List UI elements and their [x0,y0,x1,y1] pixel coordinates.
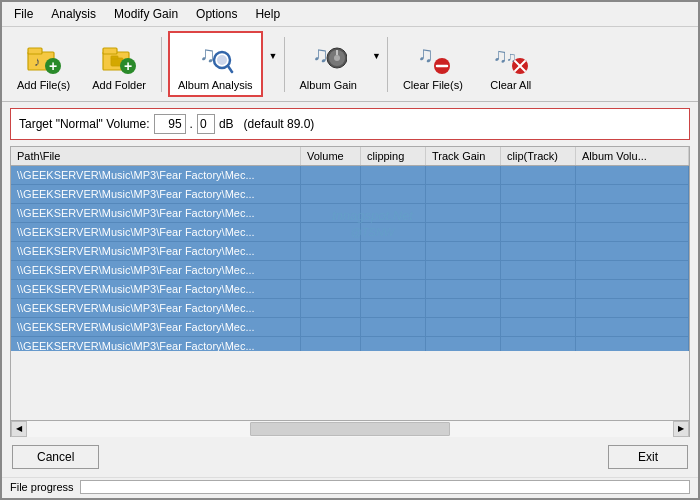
volume-int-input[interactable] [154,114,186,134]
table-cell [426,166,501,184]
table-cell [361,280,426,298]
add-files-button[interactable]: ♪ + Add File(s) [8,32,79,96]
table-cell: \\GEEKSERVER\Music\MP3\Fear Factory\Mec.… [11,185,301,203]
menu-analysis[interactable]: Analysis [43,4,104,24]
table-cell [426,318,501,336]
table-cell: \\GEEKSERVER\Music\MP3\Fear Factory\Mec.… [11,280,301,298]
table-cell [301,242,361,260]
clear-files-label: Clear File(s) [403,79,463,91]
file-progress-label: File progress [10,481,74,493]
album-analysis-label: Album Analysis [178,79,253,91]
album-analysis-dropdown[interactable]: ▼ [267,51,278,77]
table-cell [361,318,426,336]
target-volume-row: Target "Normal" Volume: . dB (default 89… [10,108,690,140]
exit-button[interactable]: Exit [608,445,688,469]
menu-bar: File Analysis Modify Gain Options Help [2,2,698,27]
table-row[interactable]: \\GEEKSERVER\Music\MP3\Fear Factory\Mec.… [11,337,689,351]
svg-text:♫: ♫ [199,42,216,67]
col-header-albumvol: Album Volu... [576,147,689,165]
add-files-label: Add File(s) [17,79,70,91]
table-cell [361,223,426,241]
table-cell [501,261,576,279]
scroll-left-arrow[interactable]: ◀ [11,421,27,437]
album-analysis-button[interactable]: ♫ Album Analysis [168,31,263,97]
table-cell [501,280,576,298]
table-cell [576,204,689,222]
col-header-trackgain: Track Gain [426,147,501,165]
table-cell: \\GEEKSERVER\Music\MP3\Fear Factory\Mec.… [11,204,301,222]
table-cell [426,185,501,203]
menu-file[interactable]: File [6,4,41,24]
svg-text:♫: ♫ [417,42,434,67]
table-cell [576,185,689,203]
table-cell [301,318,361,336]
album-gain-button[interactable]: ♫ Album Gain [291,32,366,96]
separator-2 [284,37,285,92]
table-cell [576,242,689,260]
menu-help[interactable]: Help [247,4,288,24]
album-gain-dropdown[interactable]: ▼ [370,51,381,77]
scroll-track[interactable] [27,421,673,437]
table-cell [301,166,361,184]
horizontal-scrollbar[interactable]: ◀ ▶ [10,421,690,437]
table-cell [576,261,689,279]
table-cell [301,185,361,203]
table-cell [576,318,689,336]
table-cell: \\GEEKSERVER\Music\MP3\Fear Factory\Mec.… [11,242,301,260]
clear-all-label: Clear All [490,79,531,91]
table-cell [501,223,576,241]
table-cell: \\GEEKSERVER\Music\MP3\Fear Factory\Mec.… [11,261,301,279]
table-row[interactable]: \\GEEKSERVER\Music\MP3\Fear Factory\Mec.… [11,261,689,280]
table-row[interactable]: \\GEEKSERVER\Music\MP3\Fear Factory\Mec.… [11,242,689,261]
table-row[interactable]: \\GEEKSERVER\Music\MP3\Fear Factory\Mec.… [11,318,689,337]
svg-point-18 [334,55,340,61]
progress-bar [80,480,690,494]
volume-dec-input[interactable] [197,114,215,134]
table-cell: \\GEEKSERVER\Music\MP3\Fear Factory\Mec.… [11,166,301,184]
table-row[interactable]: \\GEEKSERVER\Music\MP3\Fear Factory\Mec.… [11,166,689,185]
table-cell [426,299,501,317]
table-cell [301,280,361,298]
add-folder-button[interactable]: + Add Folder [83,32,155,96]
volume-unit: dB [219,117,234,131]
add-folder-label: Add Folder [92,79,146,91]
table-cell: \\GEEKSERVER\Music\MP3\Fear Factory\Mec.… [11,318,301,336]
table-cell [576,337,689,351]
table-header: Path\File Volume clipping Track Gain cli… [11,147,689,166]
table-row[interactable]: \\GEEKSERVER\Music\MP3\Fear Factory\Mec.… [11,280,689,299]
table-cell [361,166,426,184]
table-cell [361,204,426,222]
menu-options[interactable]: Options [188,4,245,24]
add-folder-icon: + [99,37,139,77]
table-cell [426,242,501,260]
col-header-volume: Volume [301,147,361,165]
scroll-right-arrow[interactable]: ▶ [673,421,689,437]
table-cell [301,204,361,222]
table-cell [501,242,576,260]
table-cell [576,280,689,298]
table-cell [426,204,501,222]
svg-text:♫: ♫ [312,42,329,67]
svg-text:+: + [49,58,57,74]
table-row[interactable]: \\GEEKSERVER\Music\MP3\Fear Factory\Mec.… [11,185,689,204]
album-analysis-icon: ♫ [195,37,235,77]
table-cell [576,166,689,184]
table-cell [426,223,501,241]
table-cell [361,242,426,260]
table-row[interactable]: \\GEEKSERVER\Music\MP3\Fear Factory\Mec.… [11,223,689,242]
cancel-button[interactable]: Cancel [12,445,99,469]
svg-text:♪: ♪ [34,54,41,69]
clear-files-button[interactable]: ♫ Clear File(s) [394,32,472,96]
clear-all-button[interactable]: ♫ ♫ Clear All [476,32,546,96]
scroll-thumb[interactable] [250,422,450,436]
table-cell [301,337,361,351]
separator-1 [161,37,162,92]
add-file-icon: ♪ + [24,37,64,77]
table-row[interactable]: \\GEEKSERVER\Music\MP3\Fear Factory\Mec.… [11,299,689,318]
table-cell [501,299,576,317]
table-cell [576,223,689,241]
menu-modify-gain[interactable]: Modify Gain [106,4,186,24]
table-cell [301,261,361,279]
table-cell [501,185,576,203]
table-row[interactable]: \\GEEKSERVER\Music\MP3\Fear Factory\Mec.… [11,204,689,223]
